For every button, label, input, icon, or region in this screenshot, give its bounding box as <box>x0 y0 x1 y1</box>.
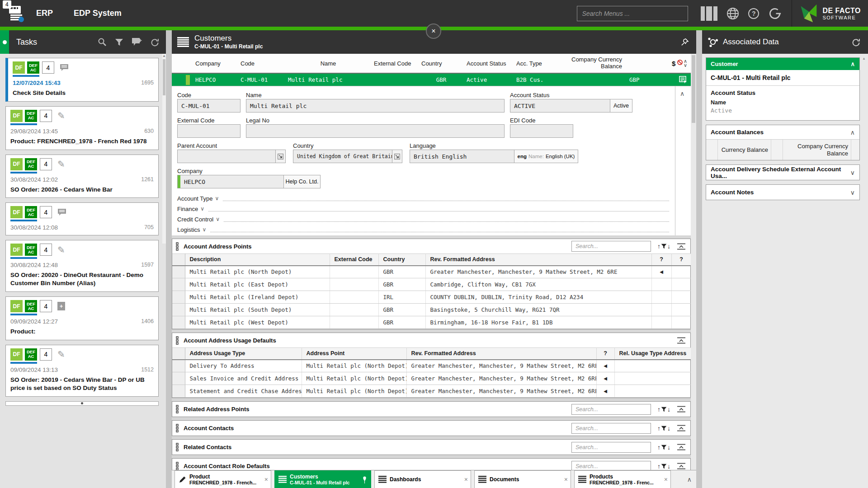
section-search-input[interactable] <box>571 442 651 453</box>
sort-filter-icon[interactable]: ↑ ↓ <box>657 425 670 432</box>
col-address-point[interactable]: Address Point <box>302 348 406 360</box>
chevron-down-icon[interactable]: ∨ <box>216 216 220 222</box>
logout-icon[interactable] <box>768 7 782 20</box>
tab-products[interactable]: Products FRENCHRED_1978 - Frenc... × <box>574 470 671 488</box>
usage-default-row[interactable]: Sales Invoice and Credit Address Multi R… <box>172 372 691 385</box>
filter-icon[interactable] <box>115 38 123 46</box>
language-field[interactable]: British English <box>410 150 514 163</box>
task-count-badge[interactable]: 4 <box>40 206 52 218</box>
chevron-down-icon[interactable]: ∨ <box>203 226 207 233</box>
tasks-scrollbar[interactable]: ▲ <box>162 54 166 244</box>
comment-icon[interactable] <box>60 61 69 74</box>
col-country[interactable]: Country <box>416 60 461 67</box>
parent-account-field[interactable] <box>177 150 286 163</box>
main-scrollbar[interactable] <box>691 54 696 470</box>
task-count-badge[interactable]: 4 <box>40 300 52 312</box>
refresh-icon[interactable] <box>851 38 861 47</box>
close-screen-button[interactable]: × <box>426 23 441 39</box>
address-point-row[interactable]: Multi Retail plc (Ireland Depot) IRL COU… <box>172 291 691 304</box>
drag-handle-icon[interactable] <box>176 405 180 413</box>
collapse-section-icon[interactable] <box>677 337 686 344</box>
task-card[interactable]: DF DEF AC 4 ✎ 30/08/2024 12:02 1261 SO O… <box>5 155 159 198</box>
chevron-up-icon[interactable]: ∧ <box>850 61 855 67</box>
form-group-finance[interactable]: Finance ∨ <box>177 204 669 213</box>
col-company-currency-balance[interactable]: Company Currency Balance <box>561 56 624 70</box>
country-field[interactable]: United Kingdom of Great Britain <box>293 150 402 163</box>
close-icon[interactable]: × <box>564 476 568 483</box>
section-search-input[interactable] <box>571 461 651 470</box>
task-card[interactable]: DF DEF AC 4 ✎ 30/08/2024 12:48 1597 SO O… <box>5 240 159 292</box>
globe-icon[interactable] <box>726 7 739 20</box>
system-name[interactable]: EDP System <box>74 9 122 18</box>
usage-default-row[interactable]: Statement and Credit Chase Address Multi… <box>172 385 691 398</box>
col-country[interactable]: Country <box>378 254 425 266</box>
close-icon[interactable]: × <box>464 476 468 483</box>
col-account-status[interactable]: Account Status <box>461 60 511 67</box>
tabs-collapse-icon[interactable]: ∧ <box>687 470 692 488</box>
lookup-icon[interactable] <box>392 150 402 163</box>
usage-default-row[interactable]: Delivery To Address Multi Retail plc (No… <box>172 360 691 372</box>
sort-filter-icon[interactable]: ↑ ↓ <box>657 243 670 250</box>
account-status-field[interactable]: ACTIVE <box>510 99 610 113</box>
collapse-section-icon[interactable] <box>677 444 686 450</box>
address-point-row[interactable]: Multi Retail plc (West Depot) GBR Birmin… <box>172 316 691 329</box>
collapse-section-icon[interactable] <box>677 243 686 250</box>
scroll-up-icon[interactable]: ▲ <box>162 54 166 58</box>
drag-handle-icon[interactable] <box>176 242 180 251</box>
drag-handle-icon[interactable] <box>176 443 180 451</box>
pin-icon[interactable] <box>361 476 368 483</box>
col-address-usage-type[interactable]: Address Usage Type <box>185 348 302 360</box>
close-icon[interactable]: × <box>264 476 268 483</box>
open-record-icon[interactable] <box>679 76 687 84</box>
chevron-down-icon[interactable]: ∨ <box>215 195 219 202</box>
pencil-icon[interactable]: ✎ <box>57 348 65 361</box>
drag-handle-icon[interactable] <box>176 462 180 470</box>
col-rev-formatted-address[interactable]: Rev. Formatted Address <box>406 348 596 360</box>
col-description[interactable]: Description <box>185 254 330 266</box>
company-field[interactable]: HELPCO <box>177 175 284 188</box>
account-notes-card[interactable]: Account Notes ∨ <box>706 184 860 200</box>
scrollbar-thumb[interactable] <box>692 55 695 123</box>
chevron-up-icon[interactable]: ∧ <box>850 129 855 136</box>
task-count-badge[interactable]: 4 <box>42 61 54 74</box>
pencil-icon[interactable]: ✎ <box>57 110 65 122</box>
address-point-row[interactable]: Multi Retail plc (East Depot) GBR Cambri… <box>172 278 691 291</box>
menu-search-input[interactable] <box>577 6 688 21</box>
tab-dashboards[interactable]: Dashboards × <box>374 470 471 488</box>
col-company[interactable]: Company <box>190 60 235 67</box>
tab-documents[interactable]: Documents × <box>474 470 571 488</box>
task-count-badge[interactable]: 4 <box>40 244 52 256</box>
col-flag-1[interactable]: ? <box>651 254 671 266</box>
task-count-badge[interactable]: 4 <box>40 348 52 361</box>
form-group-credit-control[interactable]: Credit Control ∨ <box>177 215 669 224</box>
task-card[interactable]: DF DEF AC 4 ✎ 09/09/2024 13:13 1512 SO O… <box>5 345 159 397</box>
form-group-logistics[interactable]: Logistics ∨ <box>177 225 669 234</box>
refresh-icon[interactable] <box>150 38 160 47</box>
collapse-section-icon[interactable] <box>677 463 686 469</box>
address-point-row[interactable]: Multi Retail plc (North Depot) GBR Great… <box>172 266 691 278</box>
selected-customer-row[interactable]: HELPCO C-MUL-01 Multi Retail plc GBR Act… <box>172 74 691 86</box>
customer-card-header[interactable]: Customer ∧ <box>706 58 859 70</box>
tasks-pager[interactable] <box>5 401 159 406</box>
comment-icon[interactable] <box>57 206 66 218</box>
sort-filter-icon[interactable]: ↑ ↓ <box>657 444 670 451</box>
close-icon[interactable]: × <box>664 476 668 483</box>
task-card[interactable]: DF DEF AC 4 ✎ 29/08/2024 13:45 630 Produ… <box>5 106 159 150</box>
code-field[interactable]: C-MUL-01 <box>177 99 241 113</box>
name-field[interactable]: Multi Retail plc <box>246 99 505 113</box>
drag-handle-icon[interactable] <box>176 336 180 345</box>
section-search-input[interactable] <box>571 404 651 415</box>
chevron-down-icon[interactable]: ∨ <box>200 206 204 212</box>
col-rel-usage-type-address[interactable]: Rel. Usage Type Address <box>614 348 691 360</box>
edi-code-field[interactable] <box>510 124 573 138</box>
legal-no-field[interactable] <box>246 124 505 138</box>
collapse-section-icon[interactable] <box>677 425 686 432</box>
col-flag-2[interactable]: ? <box>671 254 691 266</box>
search-icon[interactable] <box>98 38 107 47</box>
layout-columns-icon[interactable] <box>701 6 717 21</box>
external-code-field[interactable] <box>177 124 241 138</box>
task-card[interactable]: DF DEF AC 4 30/08/2024 12:08 705 <box>5 202 159 235</box>
task-card[interactable]: DF DEF AC 4 + 09/09/2024 12:27 1406 Prod… <box>5 296 159 340</box>
task-count-badge[interactable]: 4 <box>40 158 52 170</box>
pencil-icon[interactable]: ✎ <box>57 158 65 170</box>
